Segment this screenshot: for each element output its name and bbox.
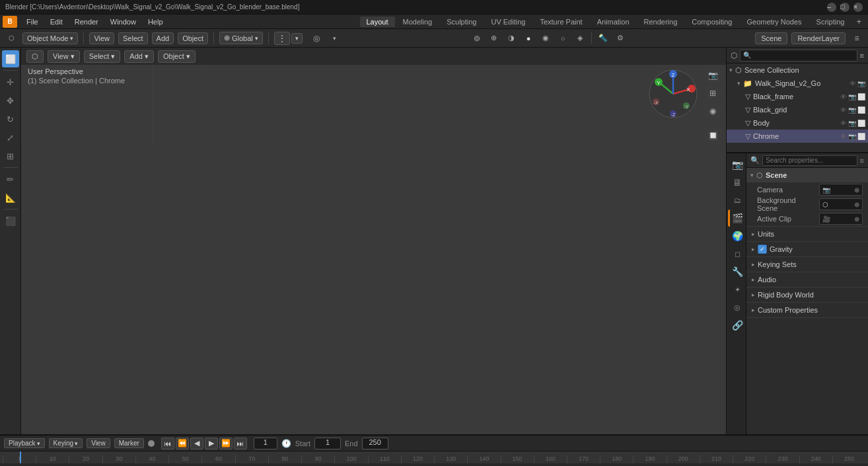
viewport-options-icon[interactable]: ⚙ bbox=[613, 31, 628, 46]
select-icon-4[interactable]: ⬜ bbox=[857, 120, 865, 127]
viewport-overlay-icon[interactable]: ⊕ bbox=[487, 31, 501, 46]
transform-orientations-dropdown[interactable]: ⊕ Global ▾ bbox=[219, 32, 263, 44]
tab-scripting[interactable]: Scripting bbox=[810, 17, 851, 27]
render-icon-1[interactable]: 📷 bbox=[857, 80, 865, 87]
minimize-button[interactable]: – bbox=[827, 3, 836, 12]
viewport-header-menu[interactable]: ⬡ bbox=[26, 50, 44, 63]
select-menu[interactable]: Select bbox=[118, 32, 148, 44]
mode-icon[interactable]: ⬡ bbox=[4, 31, 18, 46]
tab-rendering[interactable]: Rendering bbox=[637, 17, 684, 27]
proportional-falloff-icon[interactable]: ▾ bbox=[328, 31, 342, 46]
render-layer-name[interactable]: RenderLayer bbox=[791, 32, 846, 44]
render-icon-3[interactable]: 📷 bbox=[848, 106, 856, 114]
audio-section-header[interactable]: ▸ Audio bbox=[746, 272, 868, 287]
rigid-body-header[interactable]: ▸ Rigid Body World bbox=[746, 288, 868, 302]
scale-tool[interactable]: ⤢ bbox=[2, 129, 19, 146]
tab-texture-paint[interactable]: Texture Paint bbox=[533, 17, 589, 27]
select-icon-5[interactable]: ⬜ bbox=[857, 133, 865, 140]
xray-toggle-icon[interactable]: ◑ bbox=[504, 31, 519, 46]
props-icon-scene[interactable]: 🎬 bbox=[728, 210, 745, 227]
menu-help[interactable]: Help bbox=[143, 17, 168, 27]
viewport-shading-rendered[interactable]: ○ bbox=[556, 31, 570, 46]
object-menu[interactable]: Object bbox=[178, 32, 208, 44]
reverse-play-button[interactable]: ◀ bbox=[190, 438, 203, 449]
timeline-playhead[interactable] bbox=[20, 451, 21, 463]
end-frame-input[interactable]: 250 bbox=[362, 438, 388, 449]
viewport-object-menu[interactable]: Object ▾ bbox=[158, 50, 196, 63]
current-frame-input[interactable]: 1 bbox=[254, 438, 277, 449]
cursor-tool[interactable]: ✛ bbox=[2, 73, 19, 91]
timeline-view-menu[interactable]: View bbox=[87, 438, 110, 448]
gravity-checkbox[interactable]: ✓ bbox=[758, 245, 767, 254]
select-box-tool[interactable]: ⬜ bbox=[2, 50, 19, 67]
snap-options[interactable]: ▾ bbox=[291, 33, 303, 44]
outliner-item-chrome[interactable]: ▽ Chrome 👁 📷 ⬜ bbox=[727, 130, 868, 143]
props-icon-physics[interactable]: ◎ bbox=[728, 299, 745, 316]
measure-tool[interactable]: 📐 bbox=[2, 189, 19, 206]
visibility-eye-5[interactable]: 👁 bbox=[840, 133, 847, 140]
tab-uv-editing[interactable]: UV Editing bbox=[484, 17, 532, 27]
select-icon-3[interactable]: ⬜ bbox=[857, 106, 865, 114]
viewport-shading-eevee[interactable]: ◈ bbox=[573, 31, 587, 46]
move-tool[interactable]: ✥ bbox=[2, 92, 19, 109]
render-icon-5[interactable]: 📷 bbox=[848, 133, 856, 140]
camera-picker-icon[interactable]: ⊕ bbox=[854, 186, 859, 194]
view-menu[interactable]: View bbox=[89, 32, 114, 44]
active-clip-picker-icon[interactable]: ⊕ bbox=[854, 215, 859, 223]
jump-to-start-button[interactable]: ⏮ bbox=[161, 438, 174, 449]
outliner-item-body[interactable]: ▽ Body 👁 📷 ⬜ bbox=[727, 116, 868, 130]
jump-forward-button[interactable]: ⏩ bbox=[219, 438, 233, 449]
zoom-extent-icon[interactable]: ⊞ bbox=[705, 85, 721, 101]
active-clip-value[interactable]: 🎥 ⊕ bbox=[819, 213, 863, 225]
timeline-ruler[interactable]: 1 10 20 30 40 50 60 70 80 90 100 110 120… bbox=[0, 451, 868, 463]
viewport-shading-material[interactable]: ◉ bbox=[538, 31, 553, 46]
visibility-eye-1[interactable]: 👁 bbox=[850, 80, 856, 87]
viewport-shading-solid[interactable]: ● bbox=[521, 31, 536, 46]
gizmo-icon[interactable]: ⊚ bbox=[470, 31, 484, 46]
render-icon-2[interactable]: 📷 bbox=[848, 93, 856, 100]
transform-tool[interactable]: ⊞ bbox=[2, 147, 19, 165]
viewport-view-menu[interactable]: View ▾ bbox=[48, 50, 80, 63]
visibility-eye-2[interactable]: 👁 bbox=[840, 93, 847, 100]
mode-dropdown[interactable]: Object Mode ▾ bbox=[22, 32, 78, 44]
add-cube-tool[interactable]: ⬛ bbox=[2, 212, 19, 229]
outliner-scene-collection[interactable]: ▾ ⬡ Scene Collection bbox=[727, 63, 868, 77]
menu-edit[interactable]: Edit bbox=[45, 17, 68, 27]
outliner-filter-icon[interactable]: ≡ bbox=[860, 52, 864, 59]
add-workspace-button[interactable]: + bbox=[852, 15, 865, 28]
close-button[interactable]: × bbox=[853, 3, 863, 12]
menu-file[interactable]: File bbox=[21, 17, 44, 27]
bg-scene-value[interactable]: ⬡ ⊕ bbox=[819, 198, 863, 210]
tab-compositing[interactable]: Compositing bbox=[685, 17, 739, 27]
menu-render[interactable]: Render bbox=[69, 17, 104, 27]
viewport-gizmo[interactable]: X Y Z -X -Y -Z bbox=[647, 67, 700, 120]
viewport-add-menu[interactable]: Add ▾ bbox=[124, 50, 154, 63]
outliner-item-walk-signal[interactable]: ▾ 📁 Walk_Signal_v2_Go 👁 📷 bbox=[727, 77, 868, 90]
play-button[interactable]: ▶ bbox=[205, 438, 218, 449]
props-icon-object[interactable]: ◻ bbox=[728, 245, 745, 262]
rotate-tool[interactable]: ↻ bbox=[2, 110, 19, 128]
outliner-search-input[interactable] bbox=[740, 50, 857, 61]
viewport-3d[interactable]: ⬡ View ▾ Select ▾ Add ▾ Object ▾ User Pe… bbox=[21, 48, 726, 434]
render-icon-4[interactable]: 📷 bbox=[848, 120, 856, 127]
render-preview-icon[interactable]: ◉ bbox=[705, 103, 721, 119]
proportional-edit-icon[interactable]: ◎ bbox=[309, 31, 324, 46]
keying-sets-header[interactable]: ▸ Keying Sets bbox=[746, 257, 868, 272]
tab-modeling[interactable]: Modeling bbox=[396, 17, 439, 27]
scene-filter-icon[interactable]: ≡ bbox=[850, 31, 864, 46]
object-properties-icon[interactable]: 🔦 bbox=[596, 31, 610, 46]
tab-animation[interactable]: Animation bbox=[591, 17, 636, 27]
props-options-icon[interactable]: ≡ bbox=[860, 157, 864, 165]
props-icon-view-layer[interactable]: 🗂 bbox=[728, 192, 745, 209]
add-menu[interactable]: Add bbox=[152, 32, 174, 44]
scene-visibility-icon[interactable]: 🔲 bbox=[705, 128, 721, 143]
props-icon-constraints[interactable]: 🔗 bbox=[728, 317, 745, 334]
camera-value[interactable]: 📷 ⊕ bbox=[819, 184, 863, 196]
props-icon-output[interactable]: 🖥 bbox=[728, 174, 745, 191]
tab-geometry-nodes[interactable]: Geometry Nodes bbox=[740, 17, 808, 27]
annotate-tool[interactable]: ✏ bbox=[2, 171, 19, 188]
props-icon-world[interactable]: 🌍 bbox=[728, 227, 745, 245]
scene-name[interactable]: Scene bbox=[755, 32, 787, 44]
select-icon-2[interactable]: ⬜ bbox=[857, 93, 865, 100]
keying-menu[interactable]: Keying▾ bbox=[49, 438, 83, 448]
